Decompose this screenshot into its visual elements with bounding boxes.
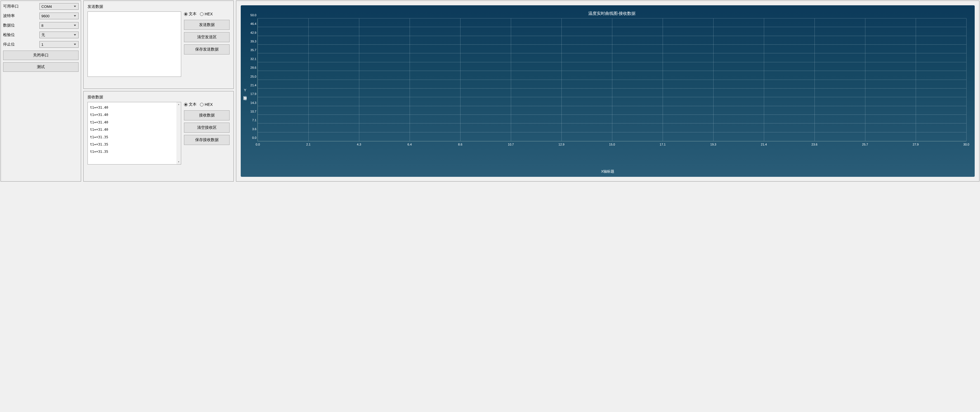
send-text-radio[interactable]: 文本 — [184, 11, 197, 16]
recv-hex-radio-label: HEX — [205, 102, 213, 107]
radio-unchecked-icon — [200, 103, 204, 106]
recv-line: t1=+31.35 — [89, 141, 179, 148]
y-tick-label: 42.9 — [247, 31, 256, 34]
gridline-v — [865, 19, 865, 141]
x-tick-label: 25.7 — [862, 143, 868, 146]
x-axis-label: X轴标题 — [601, 169, 614, 174]
recv-line: t1=+31.40 — [89, 104, 179, 111]
radio-unchecked-icon — [200, 12, 204, 16]
parity-value: 无 — [41, 32, 45, 37]
recv-line: t1=+31.40 — [89, 111, 179, 119]
gridline-v — [663, 19, 663, 141]
gridline-v — [966, 19, 967, 141]
send-panel: 发送数据 文本 HEX 发 — [83, 0, 234, 89]
x-tick-label: 10.7 — [508, 143, 514, 146]
y-tick-label: 21.4 — [247, 84, 256, 87]
baud-label: 波特率 — [3, 13, 40, 19]
send-hex-radio[interactable]: HEX — [200, 12, 213, 16]
recv-title: 接收数据 — [88, 94, 229, 100]
port-select[interactable]: COM4 — [40, 3, 79, 10]
scroll-up-icon[interactable]: ▴ — [177, 102, 181, 107]
send-hex-radio-label: HEX — [205, 12, 213, 16]
x-tick-label: 0.0 — [256, 143, 260, 146]
recv-data-button[interactable]: 接收数据 — [184, 110, 229, 120]
chart-container: 温度实时曲线图-接收数据 Y轴标题 0.03.67.110.714.317.92… — [241, 5, 975, 177]
y-tick-label: 28.6 — [247, 66, 256, 69]
recv-textarea[interactable]: t1=+31.40t1=+31.40t1=+31.40t1=+31.40t1=+… — [88, 102, 181, 165]
scroll-down-icon[interactable]: ▾ — [177, 160, 181, 164]
y-tick-label: 7.1 — [247, 119, 256, 122]
parity-label: 检验位 — [3, 32, 40, 37]
gridline-v — [612, 19, 612, 141]
recv-line: t1=+31.40 — [89, 126, 179, 133]
x-tick-label: 27.9 — [913, 143, 918, 146]
recv-line: t1=+31.35 — [89, 148, 179, 155]
gridline-v — [815, 19, 815, 141]
recv-line: t1=+31.35 — [89, 133, 179, 141]
recv-text-radio[interactable]: 文本 — [184, 102, 197, 107]
y-tick-label: 14.3 — [247, 101, 256, 105]
databits-select[interactable]: 8 — [40, 22, 79, 29]
y-tick-label: 32.1 — [247, 57, 256, 60]
gridline-v — [916, 19, 916, 141]
x-tick-label: 6.4 — [407, 143, 412, 146]
send-textarea[interactable] — [88, 11, 181, 77]
recv-text-radio-label: 文本 — [189, 102, 197, 107]
stopbits-select[interactable]: 1 — [40, 41, 79, 48]
y-tick-label: 50.0 — [247, 13, 256, 17]
y-tick-label: 39.3 — [247, 40, 256, 43]
x-tick-label: 23.6 — [811, 143, 817, 146]
y-tick-label: 17.9 — [247, 92, 256, 95]
x-tick-label: 17.1 — [660, 143, 665, 146]
test-button[interactable]: 测试 — [3, 62, 79, 72]
x-tick-label: 30.0 — [963, 143, 969, 146]
send-data-button[interactable]: 发送数据 — [184, 20, 229, 30]
y-tick-label: 46.4 — [247, 22, 256, 25]
x-tick-label: 2.1 — [306, 143, 310, 146]
x-tick-label: 4.3 — [357, 143, 361, 146]
stopbits-label: 停止位 — [3, 42, 40, 47]
databits-label: 数据位 — [3, 23, 40, 28]
x-tick-label: 21.4 — [761, 143, 767, 146]
port-value: COM4 — [41, 5, 52, 9]
recv-scrollbar[interactable]: ▴ ▾ — [177, 102, 181, 164]
databits-value: 8 — [41, 24, 43, 28]
x-tick-label: 8.6 — [458, 143, 462, 146]
parity-select[interactable]: 无 — [40, 32, 79, 38]
clear-recv-button[interactable]: 清空接收区 — [184, 123, 229, 133]
y-tick-label: 35.7 — [247, 48, 256, 52]
recv-hex-radio[interactable]: HEX — [200, 102, 213, 107]
send-title: 发送数据 — [88, 4, 229, 9]
baud-select[interactable]: 9600 — [40, 13, 79, 19]
chart-grid: 0.03.67.110.714.317.921.425.028.632.135.… — [258, 19, 966, 141]
chart-title: 温度实时曲线图-接收数据 — [258, 11, 966, 16]
recv-line: t1=+31.40 — [89, 119, 179, 126]
y-tick-label: 10.7 — [247, 110, 256, 113]
port-label: 可用串口 — [3, 4, 40, 9]
gridline-v — [764, 19, 764, 141]
chart-panel: 温度实时曲线图-接收数据 Y轴标题 0.03.67.110.714.317.92… — [236, 0, 980, 182]
y-tick-label: 25.0 — [247, 75, 256, 78]
x-tick-label: 15.0 — [609, 143, 615, 146]
gridline-v — [713, 19, 714, 141]
radio-checked-icon — [184, 103, 188, 106]
radio-checked-icon — [184, 12, 188, 16]
x-tick-label: 19.3 — [710, 143, 716, 146]
send-text-radio-label: 文本 — [189, 11, 197, 16]
y-tick-label: 3.6 — [247, 127, 256, 131]
y-tick-label: 0.0 — [247, 136, 256, 139]
serial-config-panel: 可用串口 COM4 波特率 9600 数据位 8 检验位 无 停止位 — [0, 0, 81, 182]
close-port-button[interactable]: 关闭串口 — [3, 51, 79, 60]
clear-send-button[interactable]: 清空发送区 — [184, 32, 229, 42]
save-send-button[interactable]: 保存发送数据 — [184, 44, 229, 54]
baud-value: 9600 — [41, 14, 49, 18]
stopbits-value: 1 — [41, 43, 43, 47]
recv-panel: 接收数据 t1=+31.40t1=+31.40t1=+31.40t1=+31.4… — [83, 91, 234, 182]
gridline-v — [562, 19, 562, 141]
save-recv-button[interactable]: 保存接收数据 — [184, 135, 229, 145]
x-tick-label: 12.9 — [558, 143, 564, 146]
